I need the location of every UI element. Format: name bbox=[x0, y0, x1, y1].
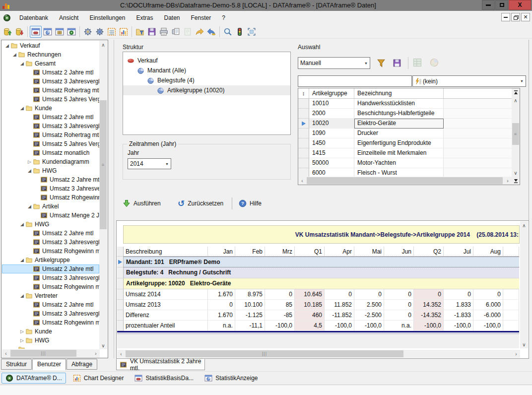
statistik-group-row[interactable]: Belegstufe: 4 Rechnung / Gutschrift bbox=[117, 267, 519, 278]
statistik-data-row[interactable]: Umsatz 2013010.1008510.18511.8522.500014… bbox=[117, 300, 519, 310]
ausfuehren-button[interactable]: Ausführen bbox=[123, 198, 161, 209]
statistics-window-button[interactable] bbox=[30, 26, 42, 38]
grid-horizontal-scrollbar[interactable]: ‹ › bbox=[298, 177, 512, 185]
tree-horizontal-scrollbar[interactable]: ‹ ||| › bbox=[2, 349, 100, 357]
menu-fenster[interactable]: Fenster bbox=[186, 12, 217, 23]
statistik-data-row[interactable]: prozentualer Anteiln.a.-11,1-100,04,5-10… bbox=[117, 321, 519, 331]
statistik-group-row[interactable]: Artikelgruppe: 10020 Elektro-Geräte bbox=[117, 278, 519, 289]
scrollbar-thumb[interactable]: ≡ bbox=[512, 123, 519, 145]
chart-window-button[interactable] bbox=[42, 26, 54, 38]
grid-row[interactable]: 1090Drucker bbox=[298, 129, 512, 138]
tree-item[interactable]: Umsatz Rohgewinn bbox=[2, 193, 99, 202]
expander-closed-icon[interactable]: ▷ bbox=[26, 157, 33, 166]
tree-item[interactable]: Umsatz 2 Jahre mtl bbox=[2, 113, 99, 122]
tree-item[interactable]: Umsatz 2 Jahre mtl bbox=[2, 264, 99, 273]
scroll-down-icon[interactable]: ∨ bbox=[99, 341, 107, 349]
scroll-right-icon[interactable]: › bbox=[92, 349, 100, 357]
panel-splitter[interactable] bbox=[114, 40, 114, 358]
folder-filter-button[interactable] bbox=[134, 26, 146, 38]
taskbar-button-dataframed[interactable]: DATAframe® D... bbox=[1, 373, 66, 384]
struktur-item[interactable]: Verkauf bbox=[123, 56, 290, 66]
scrollbar-thumb[interactable]: ≡ bbox=[100, 100, 107, 229]
tree-item[interactable]: Umsatz 3 Jahresvergle bbox=[2, 273, 99, 282]
statistik-data-row[interactable]: Differenz1.670-1.125-85460-11.852-2.5000… bbox=[117, 310, 519, 321]
statistik-column-header[interactable]: Aug bbox=[473, 247, 503, 257]
selection-frame-button[interactable] bbox=[246, 26, 258, 38]
export-arrow-button[interactable] bbox=[194, 26, 205, 38]
grid-row[interactable]: 1450Eigenfertigung Endprodukte bbox=[298, 138, 512, 148]
scroll-left-icon[interactable]: ‹ bbox=[298, 177, 306, 185]
scroll-left-icon[interactable]: ‹ bbox=[117, 350, 125, 358]
filter-funnel-icon[interactable] bbox=[377, 59, 386, 67]
auswahl-mode-select[interactable]: Manuell ▼ bbox=[298, 57, 370, 69]
tree-item[interactable]: ◢HWG bbox=[2, 166, 99, 175]
cell-artikelgruppe[interactable]: 1450 bbox=[309, 138, 354, 148]
tree-item[interactable]: Umsatz Menge 2 Ja bbox=[2, 211, 99, 220]
zuruecksetzen-button[interactable]: ↻ Zurücksetzen bbox=[178, 198, 223, 209]
statistik-column-header[interactable]: Q2 bbox=[414, 247, 444, 257]
expander-open-icon[interactable]: ◢ bbox=[19, 104, 25, 113]
statistik-horizontal-scrollbar[interactable]: ‹ ||| › bbox=[117, 350, 520, 358]
cell-bezeichnung[interactable]: Beschichtungs-Halbfertigteile bbox=[354, 109, 444, 119]
cell-bezeichnung[interactable]: Handwerksstücklisten bbox=[354, 99, 444, 109]
database-window-button[interactable] bbox=[66, 26, 77, 38]
cell-bezeichnung[interactable]: Einzeilteile mit Merkmalen bbox=[354, 148, 444, 158]
statistik-vertical-scrollbar[interactable]: ∧ ∨ bbox=[520, 221, 528, 348]
scroll-right-icon[interactable]: › bbox=[512, 350, 520, 358]
paste-button[interactable] bbox=[182, 26, 194, 38]
menu-datenbank[interactable]: Datenbank bbox=[14, 12, 54, 23]
mdi-restore-button[interactable] bbox=[511, 13, 520, 21]
grid-row[interactable]: 10020Elektro-Geräte bbox=[298, 119, 512, 129]
print-button[interactable] bbox=[158, 26, 170, 38]
database-import-button[interactable] bbox=[13, 26, 25, 38]
scroll-right-icon[interactable]: › bbox=[504, 177, 512, 185]
tree-item[interactable]: Umsatz 2 Jahre mtl bbox=[2, 175, 99, 184]
scroll-down-icon[interactable]: ∨ bbox=[512, 169, 520, 177]
search-button[interactable] bbox=[222, 26, 234, 38]
cell-artikelgruppe[interactable]: 50000 bbox=[309, 158, 354, 168]
taskbar-button-chartdesigner[interactable]: Chart Designer bbox=[69, 373, 128, 384]
cell-bezeichnung[interactable]: Drucker bbox=[354, 129, 444, 138]
statistik-column-header[interactable]: Jan bbox=[208, 247, 235, 257]
tree-item[interactable]: ◢Artikelgruppe bbox=[2, 256, 99, 264]
tree-vertical-scrollbar[interactable]: ∧ ≡ ∨ bbox=[99, 41, 107, 349]
settings-gear-button[interactable] bbox=[82, 26, 94, 38]
cell-bezeichnung[interactable]: Eigenfertigung Endprodukte bbox=[354, 138, 444, 148]
tree-item[interactable]: ▷Kundendiagramm bbox=[2, 157, 99, 166]
tree-item[interactable]: Umsatz 3 Jahresvergle bbox=[2, 122, 99, 131]
tree-item[interactable]: ◢Verkauf bbox=[2, 41, 99, 50]
scroll-bottom-icon[interactable] bbox=[512, 177, 520, 185]
grid-vertical-scrollbar[interactable]: ∧ ≡ ∨ bbox=[512, 88, 520, 177]
tree-item[interactable]: Umsatz Rohgewinn m bbox=[2, 247, 99, 256]
cell-artikelgruppe[interactable]: 1090 bbox=[309, 129, 354, 138]
table-designer-button[interactable] bbox=[106, 26, 118, 38]
close-button[interactable]: X bbox=[509, 0, 531, 10]
statistik-data-row[interactable]: Umsatz 20141.6708.975010.645000000 bbox=[117, 289, 519, 300]
scroll-down-icon[interactable]: ∨ bbox=[520, 340, 528, 348]
expander-open-icon[interactable]: ◢ bbox=[19, 220, 25, 229]
expander-closed-icon[interactable]: ▷ bbox=[19, 327, 25, 336]
statistik-column-header[interactable]: Jun bbox=[384, 247, 414, 257]
expander-open-icon[interactable]: ◢ bbox=[19, 291, 25, 300]
statistik-column-header[interactable]: Mrz bbox=[265, 247, 295, 257]
statistik-column-header[interactable]: Feb bbox=[235, 247, 265, 257]
jahr-select[interactable]: 2014 ▼ bbox=[128, 158, 171, 169]
statistik-column-header[interactable]: Q1 bbox=[295, 247, 325, 257]
cell-artikelgruppe[interactable]: 1415 bbox=[309, 148, 354, 158]
statistik-group-row[interactable]: Mandant: 101 ERPframe® Demo bbox=[117, 257, 519, 267]
column-header-artikelgruppe[interactable]: Artikelgruppe bbox=[309, 88, 354, 98]
statistik-column-header[interactable]: Apr bbox=[325, 247, 354, 257]
tree-item[interactable]: ◢Artikel bbox=[2, 202, 99, 211]
expander-open-icon[interactable]: ◢ bbox=[19, 59, 25, 68]
chart-designer-button[interactable] bbox=[118, 26, 130, 38]
scrollbar-thumb[interactable]: ||| bbox=[126, 350, 403, 357]
gear-window-button[interactable] bbox=[94, 26, 106, 38]
scroll-top-icon[interactable] bbox=[512, 88, 520, 96]
tree-item[interactable]: Umsatz 5 Jahres Vergl bbox=[2, 139, 99, 148]
print-preview-button[interactable] bbox=[170, 26, 182, 38]
grid-row[interactable]: 6000Fleisch - Wurst bbox=[298, 168, 512, 177]
tree-item[interactable]: ◢HWG bbox=[2, 220, 99, 229]
tree-item[interactable]: Umsatz 3 Jahresvergle bbox=[2, 77, 99, 86]
scroll-up-icon[interactable]: ∧ bbox=[99, 41, 107, 49]
statistik-column-header[interactable]: Beschreibung bbox=[124, 247, 208, 257]
